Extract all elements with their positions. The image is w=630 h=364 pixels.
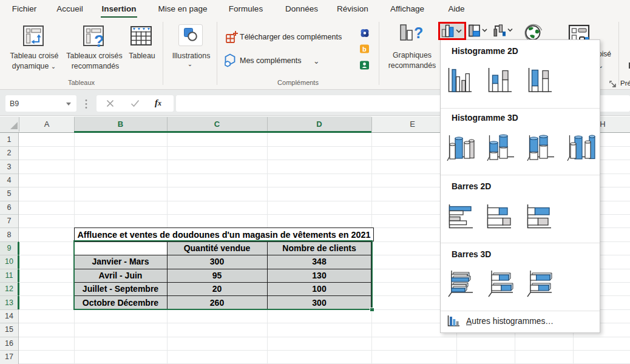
svg-text:?: ? <box>94 32 104 49</box>
svg-text:?: ? <box>414 24 423 41</box>
svg-text:b: b <box>362 46 367 53</box>
